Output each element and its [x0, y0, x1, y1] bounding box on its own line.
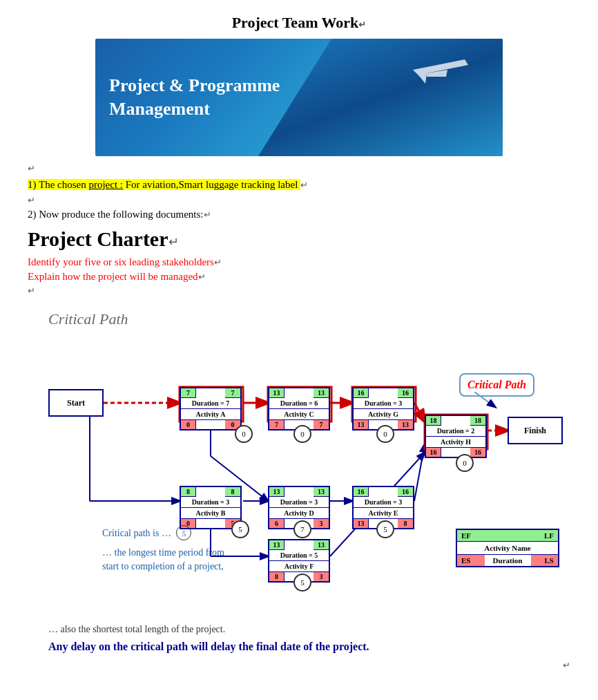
start-box: Start: [48, 389, 104, 417]
node-G: 16 16 Duration = 3 Activity G 13 13: [352, 387, 414, 431]
finish-box: Finish: [508, 417, 563, 444]
svg-line-24: [474, 392, 495, 407]
circle-B: 5: [231, 520, 249, 538]
node-A: 7 7 Duration = 7 Activity A 0 0: [180, 387, 242, 431]
desc3: … also the shortest total length of the …: [48, 624, 570, 635]
para-mark-2: ↵: [28, 195, 570, 206]
trailing-arrow: ↵: [28, 660, 570, 671]
critical-path-desc1: Critical path is … 5: [102, 525, 191, 540]
circle-E: 5: [376, 520, 394, 538]
circle-F: 5: [293, 574, 311, 592]
plane-icon: [406, 53, 475, 87]
circle-D: 7: [293, 520, 311, 538]
instruction2: Explain how the project will be managed↵: [28, 271, 570, 283]
cpm-diagram: Start Finish 7 7 Duration = 7 Activity A…: [48, 342, 573, 618]
circle-A: 0: [235, 425, 253, 443]
item2: 2) Now produce the following documents:↵: [28, 209, 570, 220]
para-mark-1: ↵: [28, 163, 570, 174]
critical-path-callout: Critical Path: [459, 373, 534, 397]
item1-text: 1) The chosen project : For aviation,Sma…: [28, 179, 300, 190]
emphasis-text: Any delay on the critical path will dela…: [48, 641, 570, 653]
para-mark-3: ↵: [28, 285, 570, 296]
item1: 1) The chosen project : For aviation,Sma…: [28, 178, 570, 191]
header-image: Project & Programme Management: [95, 39, 503, 156]
node-B: 8 8 Duration = 3 Activity B 0 5: [180, 486, 242, 529]
circle-H: 0: [456, 454, 474, 472]
svg-line-19: [414, 444, 425, 501]
critical-path-section-label: Critical Path: [48, 310, 570, 328]
title-text: Project Team Work: [232, 14, 359, 31]
project-link: project :: [88, 179, 123, 190]
node-C: 13 13 Duration = 6 Activity C 7 7: [268, 387, 330, 431]
page-title: Project Team Work↵: [28, 14, 570, 32]
header-line1: Project & Programme: [109, 74, 280, 97]
legend-box: EF LF Activity Name ES Duration LS: [456, 529, 559, 567]
instruction1: Identify your five or six leading stakeh…: [28, 256, 570, 268]
critical-path-desc2: … the longest time period from start to …: [102, 546, 240, 573]
node-H: 18 18 Duration = 2 Activity H 16 16: [425, 415, 487, 458]
header-line2: Management: [109, 97, 280, 121]
circle-C: 0: [293, 425, 311, 443]
project-charter-title: Project Charter↵: [28, 227, 570, 251]
circle-G: 0: [376, 425, 394, 443]
svg-line-8: [414, 403, 425, 422]
arrow1: ↵: [300, 180, 308, 190]
callout-arrow: [474, 392, 516, 409]
